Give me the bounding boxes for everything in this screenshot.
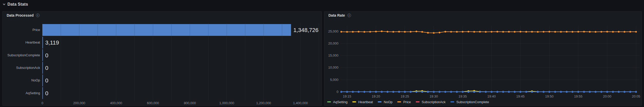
series-point-price[interactable] xyxy=(358,31,359,33)
series-point-subscriptioncomplete[interactable] xyxy=(583,91,585,93)
series-point-subscriptioncomplete[interactable] xyxy=(595,91,596,93)
series-point-price[interactable] xyxy=(537,31,538,33)
series-point-subscriptioncomplete[interactable] xyxy=(485,91,487,93)
series-point-price[interactable] xyxy=(346,31,348,33)
info-icon[interactable]: i xyxy=(347,14,351,17)
bar-price[interactable] xyxy=(42,24,291,36)
series-point-subscriptioncomplete[interactable] xyxy=(398,91,400,93)
series-point-price[interactable] xyxy=(410,31,411,33)
series-point-price[interactable] xyxy=(635,31,637,33)
series-point-subscriptioncomplete[interactable] xyxy=(462,91,463,93)
series-point-subscriptioncomplete[interactable] xyxy=(450,91,452,93)
series-point-price[interactable] xyxy=(554,31,556,33)
legend-item-heartbeat[interactable]: Heartbeat xyxy=(352,100,373,104)
series-point-subscriptioncomplete[interactable] xyxy=(502,91,504,93)
series-point-subscriptioncomplete[interactable] xyxy=(433,91,434,93)
series-point-price[interactable] xyxy=(520,31,521,33)
series-point-subscriptioncomplete[interactable] xyxy=(531,91,533,93)
series-point-subscriptioncomplete[interactable] xyxy=(427,91,429,93)
series-point-price[interactable] xyxy=(439,32,440,33)
series-point-subscriptioncomplete[interactable] xyxy=(612,91,614,93)
series-point-subscriptioncomplete[interactable] xyxy=(375,91,377,93)
series-point-subscriptioncomplete[interactable] xyxy=(468,91,469,93)
series-point-subscriptioncomplete[interactable] xyxy=(566,91,567,93)
series-point-subscriptioncomplete[interactable] xyxy=(577,91,579,93)
series-point-price[interactable] xyxy=(525,31,527,33)
series-point-subscriptioncomplete[interactable] xyxy=(369,91,371,93)
series-point-price[interactable] xyxy=(485,31,487,33)
series-point-subscriptioncomplete[interactable] xyxy=(525,91,527,93)
series-point-price[interactable] xyxy=(502,31,504,33)
info-icon[interactable]: i xyxy=(36,14,40,17)
series-point-subscriptioncomplete[interactable] xyxy=(392,91,394,93)
series-point-subscriptioncomplete[interactable] xyxy=(346,91,348,93)
bar-noop[interactable] xyxy=(42,74,43,86)
series-point-price[interactable] xyxy=(456,31,458,33)
series-point-subscriptioncomplete[interactable] xyxy=(624,91,625,93)
series-point-price[interactable] xyxy=(340,31,342,33)
dashboard-row-data-stats[interactable]: Data Stats xyxy=(3,2,28,7)
series-point-subscriptioncomplete[interactable] xyxy=(508,91,510,93)
series-point-subscriptioncomplete[interactable] xyxy=(560,91,562,93)
series-point-price[interactable] xyxy=(427,32,429,34)
series-point-subscriptioncomplete[interactable] xyxy=(456,91,458,93)
series-point-price[interactable] xyxy=(433,32,434,34)
panel-header[interactable]: Data Processed i xyxy=(3,12,321,19)
series-point-subscriptioncomplete[interactable] xyxy=(387,91,388,93)
series-point-subscriptioncomplete[interactable] xyxy=(497,91,498,93)
legend-item-subscriptioncomplete[interactable]: SubscriptionComplete xyxy=(450,100,489,104)
series-point-subscriptioncomplete[interactable] xyxy=(473,91,475,93)
series-point-price[interactable] xyxy=(612,31,614,33)
series-point-price[interactable] xyxy=(566,31,567,33)
series-point-price[interactable] xyxy=(572,31,573,33)
series-point-subscriptioncomplete[interactable] xyxy=(520,91,521,93)
series-point-price[interactable] xyxy=(577,31,579,33)
legend-item-noop[interactable]: NoOp xyxy=(378,100,392,104)
series-point-price[interactable] xyxy=(491,31,492,33)
series-point-price[interactable] xyxy=(497,31,498,33)
series-point-price[interactable] xyxy=(531,31,533,33)
series-point-price[interactable] xyxy=(543,31,544,33)
series-point-price[interactable] xyxy=(624,31,625,33)
series-point-price[interactable] xyxy=(479,31,481,33)
series-point-price[interactable] xyxy=(589,31,591,33)
series-point-price[interactable] xyxy=(606,31,608,33)
series-point-subscriptioncomplete[interactable] xyxy=(352,91,354,93)
series-point-price[interactable] xyxy=(352,31,354,33)
series-point-subscriptioncomplete[interactable] xyxy=(439,91,440,93)
bar-aqsetting[interactable] xyxy=(42,87,43,99)
legend-item-subscriptionack[interactable]: SubscriptionAck xyxy=(416,100,446,104)
series-point-price[interactable] xyxy=(595,31,596,33)
series-point-subscriptioncomplete[interactable] xyxy=(618,91,619,93)
series-point-subscriptioncomplete[interactable] xyxy=(548,91,550,93)
series-point-subscriptioncomplete[interactable] xyxy=(491,91,492,93)
series-point-price[interactable] xyxy=(381,30,382,32)
series-point-price[interactable] xyxy=(404,31,405,33)
series-point-subscriptioncomplete[interactable] xyxy=(410,91,411,93)
series-point-price[interactable] xyxy=(387,31,388,33)
series-point-price[interactable] xyxy=(473,31,475,33)
series-point-price[interactable] xyxy=(462,31,463,33)
series-point-subscriptioncomplete[interactable] xyxy=(444,91,446,93)
legend-item-price[interactable]: Price xyxy=(397,100,411,104)
series-point-price[interactable] xyxy=(618,31,619,33)
bar-heartbeat[interactable] xyxy=(42,37,43,48)
bar-subscriptionack[interactable] xyxy=(42,62,43,74)
series-point-price[interactable] xyxy=(364,31,365,33)
series-point-subscriptioncomplete[interactable] xyxy=(404,91,405,93)
series-point-price[interactable] xyxy=(468,31,469,32)
series-point-price[interactable] xyxy=(369,31,371,33)
series-point-price[interactable] xyxy=(415,31,417,32)
series-point-subscriptioncomplete[interactable] xyxy=(629,91,631,93)
series-point-subscriptioncomplete[interactable] xyxy=(421,91,423,93)
series-point-price[interactable] xyxy=(548,31,550,33)
series-point-price[interactable] xyxy=(601,31,602,33)
series-point-subscriptioncomplete[interactable] xyxy=(381,91,382,93)
panel-header[interactable]: Data Rate i xyxy=(324,12,641,19)
series-point-price[interactable] xyxy=(560,31,562,33)
series-point-price[interactable] xyxy=(375,31,377,32)
bar-subscriptioncomplete[interactable] xyxy=(42,49,43,61)
legend-item-aqsetting[interactable]: AqSetting xyxy=(327,100,347,104)
series-point-subscriptioncomplete[interactable] xyxy=(601,91,602,93)
series-point-price[interactable] xyxy=(421,31,423,33)
